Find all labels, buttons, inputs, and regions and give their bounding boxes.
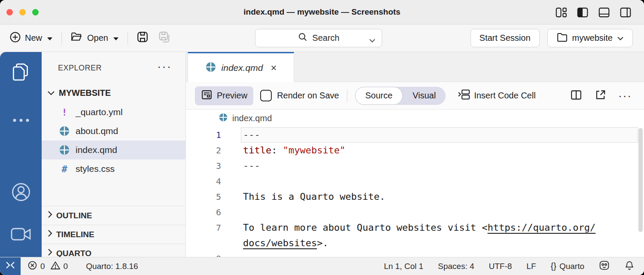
toolbar-separator — [347, 89, 347, 102]
file-row-styles.css[interactable]: #styles.css — [42, 159, 185, 178]
encoding[interactable]: UTF-8 — [489, 262, 512, 271]
line-number: 1 — [186, 127, 221, 143]
toggle-panel-icon[interactable] — [598, 6, 611, 19]
quarto-file-icon — [205, 61, 216, 74]
problems-warnings[interactable]: 0 — [50, 260, 68, 272]
code-line-7[interactable]: 7To learn more about Quarto websites vis… — [186, 220, 644, 251]
problems-errors[interactable]: 0 — [27, 260, 45, 272]
workspace-root-folder[interactable]: MYWEBSITE — [42, 85, 185, 101]
code-token: : — [271, 145, 283, 156]
chevron-down-icon — [47, 33, 53, 43]
breadcrumb[interactable]: index.qmd — [186, 110, 644, 127]
tab-bar: index.qmd × — [186, 52, 644, 82]
insert-code-cell-label: Insert Code Cell — [474, 91, 535, 101]
explorer-title: EXPLORER — [58, 64, 102, 73]
toggle-primary-sidebar-icon[interactable] — [576, 6, 589, 19]
file-row-_quarto.yml[interactable]: !_quarto.yml — [42, 103, 185, 122]
save-icon — [137, 31, 149, 45]
vertical-scrollbar[interactable] — [638, 128, 643, 232]
notifications-bell-icon[interactable] — [624, 260, 635, 273]
file-row-about.qmd[interactable]: about.qmd — [42, 122, 185, 141]
code-line-5[interactable]: 5This is a Quarto website. — [186, 189, 644, 205]
error-icon — [27, 260, 37, 272]
eol-sequence[interactable]: LF — [526, 262, 536, 271]
more-actions-icon[interactable]: ··· — [618, 92, 632, 100]
customize-layout-icon[interactable] — [555, 6, 568, 19]
start-session-button[interactable]: Start Session — [471, 29, 540, 47]
video-camera-icon[interactable] — [10, 226, 32, 244]
warning-icon — [50, 260, 61, 272]
line-content: To learn more about Quarto websites visi… — [241, 220, 638, 251]
line-content: This is a Quarto website. — [241, 189, 638, 205]
workbench: EXPLORER ··· MYWEBSITE !_quarto.ymlabout… — [0, 52, 644, 257]
source-visual-toggle: Source Visual — [355, 87, 446, 105]
section-label: OUTLINE — [56, 211, 92, 220]
section-quarto[interactable]: QUARTO — [42, 244, 185, 257]
code-line-6[interactable]: 6 — [186, 205, 644, 220]
code-line-4[interactable]: 4 — [186, 174, 644, 189]
toggle-secondary-sidebar-icon[interactable] — [619, 6, 632, 19]
yaml-icon: ! — [59, 107, 70, 118]
line-content — [241, 174, 638, 189]
insert-code-cell-button[interactable]: Insert Code Cell — [458, 89, 535, 103]
toolbar-separator — [128, 32, 128, 45]
search-input[interactable]: Search — [255, 29, 382, 47]
explorer-view-icon[interactable] — [11, 62, 31, 86]
file-row-index.qmd[interactable]: index.qmd — [42, 141, 185, 159]
quarto-version[interactable]: Quarto: 1.8.16 — [86, 262, 138, 271]
code-line-3[interactable]: 3--- — [186, 158, 644, 174]
save-all-button[interactable] — [155, 28, 174, 48]
close-tab-icon[interactable]: × — [270, 62, 276, 74]
source-mode-button[interactable]: Source — [355, 87, 403, 105]
account-icon[interactable] — [11, 182, 31, 204]
render-on-save-checkbox[interactable] — [260, 90, 272, 101]
line-number: 6 — [186, 205, 221, 220]
save-button[interactable] — [133, 28, 152, 48]
chevron-expanded-icon — [47, 88, 55, 98]
code-token: >. — [317, 238, 328, 248]
preview-icon — [201, 89, 213, 103]
tab-title: index.qmd — [222, 63, 263, 73]
start-session-label: Start Session — [480, 33, 531, 43]
line-content — [241, 251, 638, 257]
line-number: 4 — [186, 174, 221, 189]
code-line-2[interactable]: 2title: "mywebsite" — [186, 143, 644, 158]
explorer-sidebar: EXPLORER ··· MYWEBSITE !_quarto.ymlabout… — [42, 52, 186, 257]
section-timeline[interactable]: TIMELINE — [42, 225, 185, 244]
status-bar: 0 0 Quarto: 1.8.16 Ln 1, Col 1 Spaces: 4… — [0, 257, 644, 275]
code-line-8[interactable]: 8 — [186, 251, 644, 257]
code-token: --- — [243, 160, 260, 171]
line-number: 8 — [186, 251, 221, 257]
render-on-save-label: Render on Save — [277, 91, 339, 101]
remote-indicator[interactable] — [0, 257, 21, 275]
tab-index-qmd[interactable]: index.qmd × — [188, 52, 294, 82]
visual-mode-button[interactable]: Visual — [403, 87, 446, 105]
code-token: --- — [243, 129, 260, 140]
indentation[interactable]: Spaces: 4 — [438, 262, 474, 271]
language-mode[interactable]: {} Quarto — [551, 261, 584, 271]
preview-button[interactable]: Preview — [195, 86, 253, 105]
new-button[interactable]: New — [6, 29, 56, 48]
editor-toolbar: Preview Render on Save Source Visual Ins… — [186, 82, 644, 110]
more-actions-icon[interactable]: ··· — [157, 60, 172, 73]
code-editor[interactable]: 1---2title: "mywebsite"3---45This is a Q… — [186, 127, 644, 257]
cursor-position[interactable]: Ln 1, Col 1 — [384, 262, 423, 271]
workspace-switcher-button[interactable]: mywebsite — [547, 29, 633, 47]
file-name: styles.css — [76, 164, 115, 174]
code-line-1[interactable]: 1--- — [186, 127, 644, 143]
open-in-new-window-icon[interactable] — [594, 89, 606, 103]
line-content — [241, 205, 638, 220]
css-icon: # — [59, 164, 70, 174]
more-views-icon[interactable] — [12, 116, 30, 124]
remote-icon — [5, 260, 16, 272]
current-line: --- — [241, 127, 638, 143]
chevron-right-icon — [47, 229, 53, 240]
section-outline[interactable]: OUTLINE — [42, 206, 185, 225]
preview-label: Preview — [217, 91, 247, 101]
split-editor-icon[interactable] — [570, 89, 582, 103]
language-mode-label: Quarto — [559, 262, 584, 271]
line-number: 7 — [186, 220, 221, 251]
open-button[interactable]: Open — [67, 28, 122, 48]
feedback-smiley-icon[interactable] — [599, 260, 610, 273]
chevron-down-icon — [113, 33, 119, 43]
